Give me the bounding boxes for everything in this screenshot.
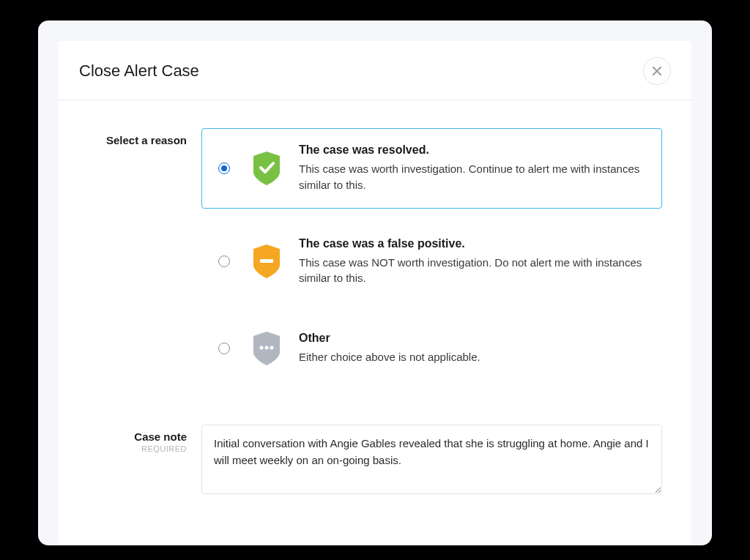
note-content xyxy=(201,425,662,497)
svg-point-3 xyxy=(270,346,274,350)
reason-label-cell: Select a reason xyxy=(88,128,201,395)
reason-option-resolved[interactable]: The case was resolved. This case was wor… xyxy=(201,128,662,209)
reason-options: The case was resolved. This case was wor… xyxy=(201,128,662,395)
shield-dots-icon xyxy=(250,330,283,367)
option-desc: This case was NOT worth investigation. D… xyxy=(299,255,645,287)
close-dialog-button[interactable] xyxy=(643,57,671,85)
svg-rect-0 xyxy=(260,259,273,263)
option-text: Other Either choice above is not applica… xyxy=(299,332,645,365)
modal-backdrop: Close Alert Case Select a reason xyxy=(38,20,712,545)
svg-point-1 xyxy=(260,346,264,350)
reason-row: Select a reason The case was resolved. T… xyxy=(88,128,662,395)
option-title: Other xyxy=(299,332,645,345)
option-desc: Either choice above is not applicable. xyxy=(299,349,645,365)
option-title: The case was a false positive. xyxy=(299,237,645,250)
close-case-dialog: Close Alert Case Select a reason xyxy=(59,41,691,545)
close-icon xyxy=(651,65,663,77)
option-title: The case was resolved. xyxy=(299,143,645,157)
option-desc: This case was worth investigation. Conti… xyxy=(299,161,645,193)
radio-other[interactable] xyxy=(218,343,230,354)
option-text: The case was resolved. This case was wor… xyxy=(299,143,645,193)
note-label: Case note xyxy=(88,430,187,443)
note-required-label: REQUIRED xyxy=(88,444,187,453)
radio-resolved[interactable] xyxy=(218,163,230,174)
dialog-body: Select a reason The case was resolved. T… xyxy=(59,100,691,545)
reason-option-other[interactable]: Other Either choice above is not applica… xyxy=(201,315,662,382)
reason-label: Select a reason xyxy=(88,134,187,146)
shield-minus-icon xyxy=(250,243,283,280)
svg-point-2 xyxy=(265,346,269,350)
dialog-header: Close Alert Case xyxy=(59,41,691,100)
note-label-cell: Case note REQUIRED xyxy=(88,425,201,497)
case-note-textarea[interactable] xyxy=(201,425,662,494)
dialog-title: Close Alert Case xyxy=(79,61,199,81)
shield-check-icon xyxy=(250,150,283,187)
radio-false-positive[interactable] xyxy=(218,255,230,267)
reason-option-false-positive[interactable]: The case was a false positive. This case… xyxy=(201,222,662,302)
option-text: The case was a false positive. This case… xyxy=(299,237,645,287)
note-row: Case note REQUIRED xyxy=(88,425,662,497)
